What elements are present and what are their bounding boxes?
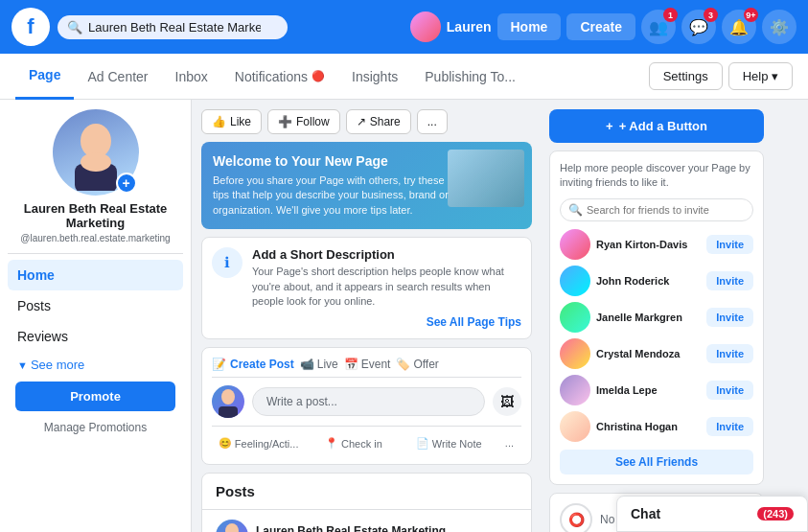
chat-badge: (243) — [757, 507, 794, 520]
notifications-badge: 9+ — [744, 8, 758, 22]
sidebar-menu: Home Posts Reviews — [8, 260, 183, 352]
create-post-section: 📝 Create Post 📹 Live 📅 Event 🏷️ Offer Wr… — [201, 347, 532, 465]
page-nav-item-page[interactable]: Page — [15, 54, 74, 100]
right-sidebar: + + Add a Button Help more people discov… — [542, 100, 772, 532]
main-content: 👍Like ➕Follow ↗Share ... Welcome to Your… — [192, 100, 542, 532]
event-tab[interactable]: 📅 Event — [344, 358, 391, 371]
page-nav-item-publishing[interactable]: Publishing To... — [411, 54, 529, 100]
home-btn[interactable]: Home — [497, 13, 562, 40]
more-button[interactable]: ... — [417, 109, 448, 134]
follow-button[interactable]: ➕Follow — [267, 109, 340, 134]
avatar-add-button[interactable]: + — [116, 173, 137, 194]
friend-avatar — [560, 229, 590, 260]
invite-btn-5[interactable]: Invite — [706, 417, 753, 436]
notifications-icon-btn[interactable]: 🔔 9+ — [722, 10, 756, 44]
banner-thumbnail — [448, 150, 524, 207]
page-nav-item-inbox[interactable]: Inbox — [162, 54, 221, 100]
invite-btn-4[interactable]: Invite — [706, 381, 753, 400]
offer-tab[interactable]: 🏷️ Offer — [396, 358, 438, 371]
nav-profile-name: Lauren — [447, 19, 492, 35]
friend-avatar — [560, 375, 590, 405]
like-button[interactable]: 👍Like — [201, 109, 262, 134]
post-input-area[interactable]: Write a post... — [252, 387, 485, 416]
sidebar-item-reviews[interactable]: Reviews — [8, 321, 183, 352]
manage-promotions-link[interactable]: Manage Promotions — [8, 417, 183, 438]
svg-rect-4 — [219, 406, 238, 418]
post-more-button[interactable]: ··· — [506, 528, 518, 532]
messages-icon-btn[interactable]: 💬 3 — [681, 10, 716, 44]
settings-btn[interactable]: Settings — [649, 62, 723, 90]
see-all-friends-btn[interactable]: See All Friends — [560, 450, 753, 474]
invite-btn-2[interactable]: Invite — [706, 308, 753, 327]
posts-section: Posts Lauren Beth Real Estate Marketing — [201, 473, 532, 532]
create-post-tab[interactable]: 📝 Create Post — [212, 358, 294, 371]
search-friends-icon: 🔍 — [568, 203, 583, 217]
search-icon: 🔍 — [67, 20, 82, 35]
feeling-action[interactable]: 😊 Feeling/Acti... — [212, 432, 305, 454]
post-item: Lauren Beth Real Estate Marketing 51 min… — [202, 510, 531, 532]
search-input[interactable] — [88, 20, 261, 35]
invite-text: Help more people discover your Page by i… — [560, 161, 753, 191]
friend-name: Ryan Kirton-Davis — [596, 239, 687, 250]
more-actions[interactable]: ... — [497, 432, 521, 454]
friend-item: Imelda Lepe Invite — [560, 375, 753, 405]
svg-point-3 — [221, 389, 235, 405]
write-note-action[interactable]: 📄 Write Note — [403, 432, 496, 454]
posts-header: Posts — [202, 474, 531, 510]
friend-avatar — [560, 338, 590, 369]
chat-bar[interactable]: Chat (243) — [616, 496, 808, 532]
friend-avatar — [560, 266, 590, 296]
page-nav-item-notifications[interactable]: Notifications 🔴 — [221, 54, 338, 100]
svg-point-2 — [81, 152, 111, 172]
help-btn[interactable]: Help ▾ — [728, 62, 793, 90]
action-bar: 👍Like ➕Follow ↗Share ... — [201, 109, 532, 134]
messages-badge: 3 — [704, 8, 718, 22]
friend-item: Janelle Markgren Invite — [560, 302, 753, 333]
add-description-card: ℹ Add a Short Description Your Page's sh… — [201, 237, 532, 339]
invite-card: Help more people discover your Page by i… — [549, 150, 764, 485]
post-author-name: Lauren Beth Real Estate Marketing — [256, 524, 446, 532]
friend-item: John Roderick Invite — [560, 266, 753, 296]
search-friends-bar[interactable]: 🔍 — [560, 198, 753, 221]
friend-name: Crystal Mendoza — [596, 348, 680, 359]
checkin-action[interactable]: 📍 Check in — [307, 432, 400, 454]
page-nav: Page Ad Center Inbox Notifications 🔴 Ins… — [0, 54, 808, 100]
share-button[interactable]: ↗Share — [346, 109, 411, 134]
add-button-card[interactable]: + + Add a Button — [549, 109, 764, 143]
friend-name: John Roderick — [596, 275, 669, 287]
chat-title: Chat — [631, 506, 660, 521]
friend-name: Janelle Markgren — [596, 312, 682, 323]
invite-btn-3[interactable]: Invite — [706, 344, 753, 363]
invite-btn-0[interactable]: Invite — [706, 235, 753, 254]
add-desc-text: Your Page's short description helps peop… — [252, 265, 521, 309]
post-author-avatar — [212, 385, 244, 418]
see-all-tips-link[interactable]: See All Page Tips — [427, 315, 521, 329]
see-more-link[interactable]: ▼ See more — [8, 356, 183, 374]
friend-item: Crystal Mendoza Invite — [560, 338, 753, 369]
create-btn[interactable]: Create — [566, 13, 635, 40]
settings-icon-btn[interactable]: ⚙️ — [762, 10, 796, 44]
people-badge: 1 — [663, 8, 678, 22]
friend-name: Imelda Lepe — [596, 384, 658, 396]
page-nav-item-adcenter[interactable]: Ad Center — [74, 54, 161, 100]
page-name: Lauren Beth Real Estate Marketing — [8, 201, 183, 230]
page-handle: @lauren.beth.real.estate.marketing — [8, 233, 183, 243]
friend-name: Christina Hogan — [596, 421, 678, 432]
promote-button[interactable]: Promote — [15, 382, 175, 411]
page-nav-item-insights[interactable]: Insights — [338, 54, 411, 100]
post-image-icon[interactable]: 🖼 — [493, 387, 521, 416]
invite-btn-1[interactable]: Invite — [706, 271, 753, 290]
post-avatar — [216, 520, 248, 532]
friend-item: Ryan Kirton-Davis Invite — [560, 229, 753, 260]
welcome-text: Before you share your Page with others, … — [213, 173, 462, 218]
search-friends-input[interactable] — [587, 204, 745, 216]
plus-icon: + — [606, 119, 613, 133]
sidebar-item-home[interactable]: Home — [8, 260, 183, 290]
search-bar[interactable]: 🔍 — [58, 15, 288, 39]
live-tab[interactable]: 📹 Live — [300, 358, 338, 371]
nav-profile[interactable]: Lauren — [410, 12, 492, 42]
rating-icon: ⭕ — [560, 503, 592, 532]
svg-point-5 — [225, 523, 239, 532]
sidebar-item-posts[interactable]: Posts — [8, 290, 183, 321]
people-icon-btn[interactable]: 👥 1 — [641, 10, 676, 44]
